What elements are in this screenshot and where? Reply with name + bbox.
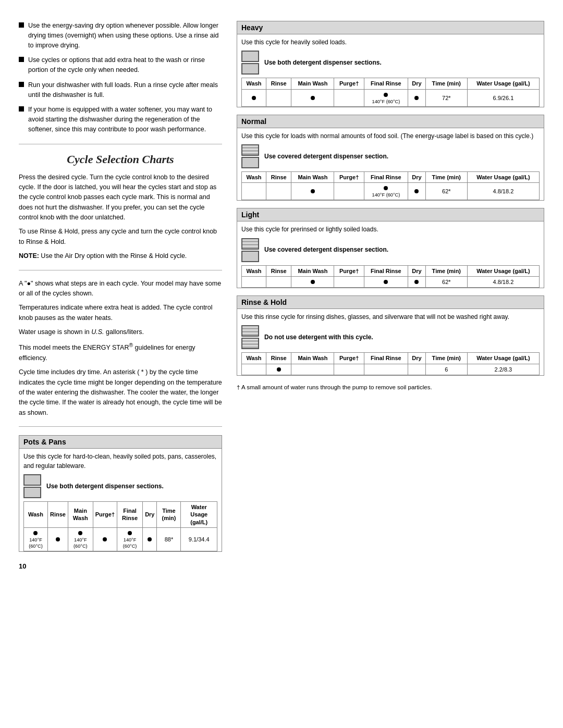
right-column: Heavy Use this cycle for heavily soiled … [237,21,544,570]
th-final-rinse: Final Rinse [364,172,408,183]
td-purge [334,183,364,200]
dispenser-box-bottom-light [241,251,259,262]
cycle-header-pots-pans: Pots & Pans [19,436,222,449]
th-main-wash: Main Wash [68,501,93,527]
td-rinse [266,277,291,288]
dispenser-box-top-rinse-hold [241,325,259,337]
dot-icon [277,367,281,372]
bullet-text-4: If your home is equipped with a water so… [28,105,222,134]
dot-icon [148,537,152,541]
cycle-body-normal: Use this cycle for loads with normal amo… [237,128,544,201]
th-rinse: Rinse [266,353,291,364]
th-dry: Dry [408,265,425,276]
divider-2 [19,270,222,270]
dispenser-box-bottom-pots-pans [23,487,41,498]
dot-icon [384,280,388,284]
th-rinse: Rinse [266,265,291,276]
th-water: Water Usage (gal/L) [181,501,217,527]
td-final-rinse: 140°F (60°C) [364,183,408,200]
dispenser-area-normal: Use covered detergent dispenser section. [241,144,540,168]
dispenser-area-heavy: Use both detergent dispenser sections. [241,51,540,75]
paragraph-1: Press the desired cycle. Turn the cycle … [19,172,222,223]
cycle-table-rinse-hold: Wash Rinse Main Wash Purge† Final Rinse … [241,352,540,375]
dot-icon [384,93,388,97]
th-dry: Dry [143,501,157,527]
table-header-row-heavy: Wash Rinse Main Wash Purge† Final Rinse … [242,78,540,89]
td-time: 6 [425,364,467,375]
paragraph-7: Cycle time includes dry time. An asteris… [19,367,222,418]
td-time: 62* [425,183,467,200]
th-purge: Purge† [334,78,364,89]
th-water: Water Usage (gal/L) [467,172,539,183]
dot-icon [33,531,38,535]
bullet-item-1: Use the energy-saving dry option wheneve… [19,21,222,50]
dispenser-box-top-pots-pans [23,474,41,486]
td-time: 72* [425,89,467,106]
th-time: Time (min) [425,78,467,89]
td-water: 6.9/26.1 [467,89,539,106]
cycle-body-light: Use this cycle for prerinsed or lightly … [237,221,544,288]
paragraph-6: This model meets the ENERGY STAR® guidel… [19,341,222,363]
bullet-item-4: If your home is equipped with a water so… [19,105,222,134]
td-dry [408,364,425,375]
dot-icon [414,189,419,193]
dispenser-icons-light [241,238,259,262]
th-purge: Purge† [334,353,364,364]
td-main-wash [291,183,334,200]
bullet-item-3: Run your dishwasher with full loads. Run… [19,80,222,100]
th-final-rinse: Final Rinse [364,265,408,276]
cycle-body-pots-pans: Use this cycle for hard-to-clean, heavil… [19,449,222,551]
th-final-rinse: Final Rinse [364,78,408,89]
dot-icon [414,96,419,100]
dispenser-box-top-normal [241,144,259,156]
table-row-rinse-hold-1: 6 2.2/8.3 [242,364,540,375]
dispenser-icons-heavy [241,51,259,75]
cycle-header-normal: Normal [237,115,544,128]
td-final-rinse [364,277,408,288]
td-dry [408,277,425,288]
cycle-desc-heavy: Use this cycle for heavily soiled loads. [241,38,540,47]
dispenser-box-bottom-rinse-hold [241,338,259,349]
th-dry: Dry [408,353,425,364]
paragraph-4: Temperatures indicate where extra heat i… [19,303,222,323]
th-wash: Wash [242,353,266,364]
dispenser-area-light: Use covered detergent dispenser section. [241,238,540,262]
cycle-header-rinse-hold: Rinse & Hold [237,296,544,309]
dot-icon [128,531,132,535]
td-dry [408,183,425,200]
th-final-rinse: Final Rinse [364,353,408,364]
dot-icon [311,280,315,284]
dispenser-area-pots-pans: Use both detergent dispenser sections. [23,474,217,498]
note-text: Use the Air Dry option with the Rinse & … [39,252,187,260]
dispenser-box-top-heavy [241,51,259,62]
dot-icon [56,537,60,541]
th-rinse: Rinse [47,501,68,527]
page-layout: Use the energy-saving dry option wheneve… [19,21,544,570]
td-rinse [266,364,291,375]
cycle-desc-normal: Use this cycle for loads with normal amo… [241,132,540,141]
table-row-normal-1: 140°F (60°C) 62* 4.8/18.2 [242,183,540,200]
dispenser-area-rinse-hold: Do not use detergent with this cycle. [241,325,540,349]
dispenser-label-rinse-hold: Do not use detergent with this cycle. [264,333,373,342]
th-time: Time (min) [425,353,467,364]
note-label: NOTE: [19,252,39,260]
cycle-card-pots-pans: Pots & Pans Use this cycle for hard-to-c… [19,435,222,552]
cycle-table-pots-pans: Wash Rinse Main Wash Purge† Final Rinse … [23,501,217,551]
paragraph-2: To use Rinse & Hold, press any cycle and… [19,227,222,247]
dispenser-label-light: Use covered detergent dispenser section. [264,245,388,254]
cycle-desc-light: Use this cycle for prerinsed or lightly … [241,225,540,234]
dispenser-icons-pots-pans [23,474,41,498]
divider-1 [19,144,222,144]
th-wash: Wash [24,501,48,527]
td-water: 9.1/34.4 [181,527,217,551]
td-time: 88* [157,527,181,551]
th-purge: Purge† [334,265,364,276]
td-dry [143,527,157,551]
th-dry: Dry [408,78,425,89]
bullet-icon-1 [19,22,24,28]
cycle-desc-rinse-hold: Use this rinse cycle for rinsing dishes,… [241,313,540,322]
th-time: Time (min) [157,501,181,527]
th-wash: Wash [242,265,266,276]
dispenser-label-heavy: Use both detergent dispenser sections. [264,58,382,67]
paragraph-5: Water usage is shown in U.S. gallons/lit… [19,327,222,337]
